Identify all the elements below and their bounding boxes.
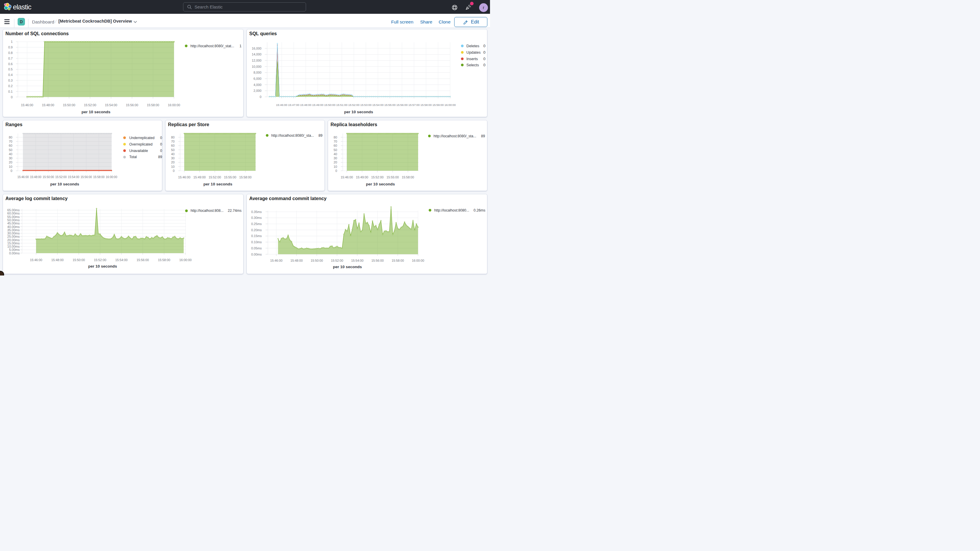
svg-text:0.5: 0.5	[8, 67, 13, 71]
svg-text:per 10 seconds: per 10 seconds	[344, 110, 373, 114]
svg-text:per 10 seconds: per 10 seconds	[81, 110, 110, 114]
svg-text:15:47:00: 15:47:00	[288, 103, 299, 107]
svg-text:15:46:00: 15:46:00	[270, 258, 283, 262]
svg-text:16:00:00: 16:00:00	[444, 103, 456, 107]
svg-text:15:50:00: 15:50:00	[324, 103, 336, 107]
svg-text:16,000: 16,000	[252, 46, 261, 50]
svg-text:12,000: 12,000	[252, 59, 261, 62]
svg-text:0: 0	[260, 95, 261, 99]
svg-text:0.2: 0.2	[8, 84, 13, 88]
svg-text:15:56:00: 15:56:00	[80, 175, 92, 179]
svg-text:per 10 seconds: per 10 seconds	[88, 264, 117, 268]
svg-text:15:48:00: 15:48:00	[291, 258, 303, 262]
svg-text:20.00ms: 20.00ms	[7, 238, 20, 242]
svg-text:15:53:00: 15:53:00	[360, 103, 372, 107]
svg-text:40: 40	[9, 152, 12, 156]
svg-text:15:54:00: 15:54:00	[372, 103, 384, 107]
svg-text:15:58:00: 15:58:00	[392, 258, 404, 262]
svg-text:15:54:00: 15:54:00	[115, 258, 127, 261]
svg-text:15:55:00: 15:55:00	[384, 103, 396, 107]
svg-text:55.00ms: 55.00ms	[7, 215, 20, 218]
svg-text:15:58:00: 15:58:00	[402, 175, 414, 179]
svg-text:6,000: 6,000	[253, 77, 261, 80]
svg-text:0.20ms: 0.20ms	[251, 228, 262, 231]
svg-text:15:56:00: 15:56:00	[396, 103, 408, 107]
svg-text:0.1: 0.1	[8, 89, 13, 93]
svg-text:0.15ms: 0.15ms	[251, 234, 262, 238]
svg-text:40: 40	[171, 152, 175, 156]
svg-text:15:50:00: 15:50:00	[63, 103, 75, 107]
svg-text:0.00ms: 0.00ms	[251, 252, 262, 256]
svg-text:45.00ms: 45.00ms	[7, 221, 20, 225]
svg-text:16:00:00: 16:00:00	[412, 258, 424, 262]
svg-text:15:46:00: 15:46:00	[340, 175, 353, 179]
svg-text:15:58:00: 15:58:00	[239, 175, 251, 179]
svg-text:50.00ms: 50.00ms	[7, 218, 20, 222]
svg-text:1: 1	[11, 40, 13, 43]
svg-text:15:49:00: 15:49:00	[356, 175, 368, 179]
svg-text:15:46:00: 15:46:00	[178, 175, 191, 179]
svg-text:0.7: 0.7	[8, 56, 13, 60]
svg-text:30: 30	[171, 156, 175, 160]
svg-text:70: 70	[334, 140, 337, 143]
svg-text:0.25ms: 0.25ms	[251, 222, 262, 226]
svg-text:20: 20	[9, 161, 12, 164]
svg-text:15:52:00: 15:52:00	[208, 175, 221, 179]
svg-text:35.00ms: 35.00ms	[7, 228, 20, 231]
svg-text:15:59:00: 15:59:00	[433, 103, 444, 107]
svg-text:15:49:00: 15:49:00	[312, 103, 324, 107]
svg-text:60: 60	[334, 144, 337, 147]
svg-text:15:58:00: 15:58:00	[158, 258, 170, 261]
svg-text:50: 50	[334, 148, 337, 151]
svg-text:15.00ms: 15.00ms	[7, 241, 20, 245]
svg-text:10.00ms: 10.00ms	[7, 245, 20, 248]
svg-text:40.00ms: 40.00ms	[7, 225, 20, 228]
svg-text:per 10 seconds: per 10 seconds	[366, 182, 395, 186]
svg-text:per 10 seconds: per 10 seconds	[203, 182, 232, 186]
svg-text:50: 50	[9, 148, 12, 151]
svg-text:65.00ms: 65.00ms	[7, 208, 20, 212]
svg-text:15:56:00: 15:56:00	[137, 258, 149, 261]
svg-text:0: 0	[11, 169, 12, 172]
svg-text:10: 10	[9, 165, 12, 168]
svg-text:per 10 seconds: per 10 seconds	[333, 264, 362, 269]
svg-text:15:51:00: 15:51:00	[336, 103, 348, 107]
svg-text:15:48:00: 15:48:00	[300, 103, 312, 107]
svg-text:40: 40	[334, 152, 337, 156]
svg-text:10,000: 10,000	[252, 65, 261, 68]
svg-text:15:57:00: 15:57:00	[409, 103, 420, 107]
svg-text:10: 10	[171, 165, 175, 168]
svg-text:0: 0	[336, 169, 337, 172]
svg-text:16:00:00: 16:00:00	[106, 175, 118, 179]
svg-text:8,000: 8,000	[253, 71, 261, 74]
svg-text:16:00:00: 16:00:00	[179, 258, 192, 261]
svg-text:15:56:00: 15:56:00	[126, 103, 138, 107]
svg-text:30: 30	[9, 156, 12, 160]
svg-text:15:52:00: 15:52:00	[84, 103, 96, 107]
svg-text:15:52:00: 15:52:00	[371, 175, 383, 179]
svg-text:0.35ms: 0.35ms	[251, 210, 262, 213]
svg-text:0.00ms: 0.00ms	[9, 251, 20, 255]
svg-text:70: 70	[9, 140, 12, 143]
svg-text:0.8: 0.8	[8, 51, 13, 54]
svg-text:4,000: 4,000	[253, 83, 261, 86]
svg-text:15:48:00: 15:48:00	[51, 258, 64, 261]
svg-text:25.00ms: 25.00ms	[7, 235, 20, 238]
svg-text:20: 20	[334, 161, 337, 164]
svg-text:15:48:00: 15:48:00	[42, 103, 54, 107]
svg-text:0.4: 0.4	[8, 73, 13, 76]
svg-text:15:50:00: 15:50:00	[43, 175, 54, 179]
svg-text:15:50:00: 15:50:00	[311, 258, 323, 262]
svg-text:20: 20	[171, 161, 175, 164]
svg-text:80: 80	[9, 135, 12, 139]
svg-text:15:46:00: 15:46:00	[30, 258, 42, 261]
svg-text:15:46:00: 15:46:00	[276, 103, 288, 107]
svg-text:15:46:00: 15:46:00	[18, 175, 29, 179]
svg-text:15:55:00: 15:55:00	[224, 175, 236, 179]
svg-text:5.00ms: 5.00ms	[9, 248, 20, 252]
svg-text:15:54:00: 15:54:00	[351, 258, 364, 262]
svg-text:15:58:00: 15:58:00	[420, 103, 432, 107]
svg-text:15:52:00: 15:52:00	[331, 258, 343, 262]
svg-text:0.30ms: 0.30ms	[251, 216, 262, 220]
svg-text:15:50:00: 15:50:00	[73, 258, 85, 261]
